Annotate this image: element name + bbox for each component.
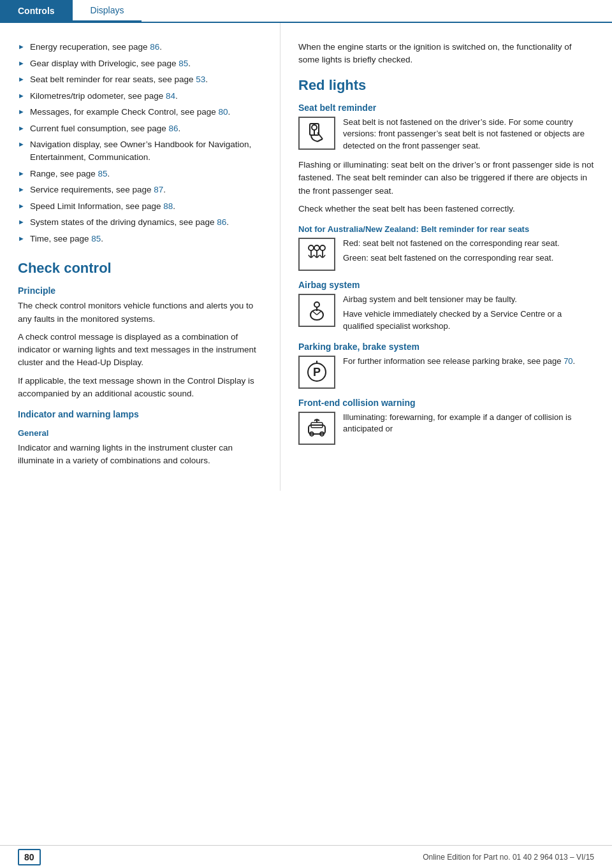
list-item: ► Time, see page 85. [18, 233, 262, 245]
bullet-arrow-icon: ► [18, 107, 25, 117]
svg-point-11 [314, 302, 319, 307]
link-page-53[interactable]: 53 [196, 75, 205, 84]
front-collision-text: Illuminating: forewarning, for example i… [343, 412, 594, 436]
feature-bullet-list: ► Energy recuperation, see page 86. ► Ge… [18, 41, 262, 245]
link-page-84[interactable]: 84 [166, 91, 175, 101]
svg-line-4 [317, 139, 323, 141]
principle-heading: Principle [18, 286, 262, 296]
list-item: ► System states of the driving dynamics,… [18, 216, 262, 229]
svg-line-14 [312, 311, 317, 315]
right-column: When the engine starts or the ignition i… [280, 23, 612, 491]
list-item: ► Gear display with Drivelogic, see page… [18, 57, 262, 70]
parking-brake-text: For further information see release park… [343, 356, 575, 366]
front-collision-icon [305, 416, 329, 440]
seat-belt-text1: Seat belt is not fastened on the driver’… [343, 117, 585, 151]
principle-text2: A check control message is displayed as … [18, 331, 262, 370]
tab-controls[interactable]: Controls [0, 0, 73, 22]
link-page-86b[interactable]: 86 [169, 124, 178, 133]
seat-belt-description: Seat belt is not fastened on the driver’… [343, 117, 594, 153]
bullet-arrow-icon: ► [18, 185, 25, 195]
parking-brake-icon-box: P [298, 356, 335, 389]
list-item: ► Messages, for example Check Control, s… [18, 106, 262, 119]
main-content: ► Energy recuperation, see page 86. ► Ge… [0, 23, 612, 491]
link-page-85c[interactable]: 85 [91, 234, 101, 243]
not-australia-text2: Green: seat belt fastened on the corresp… [343, 252, 594, 264]
rear-seat-belt-icon-box [298, 238, 335, 271]
not-australia-text1: Red: seat belt not fastened on the corre… [343, 238, 594, 250]
airbag-icon-box [298, 294, 335, 327]
link-page-70[interactable]: 70 [564, 356, 572, 366]
link-page-86c[interactable]: 86 [217, 217, 226, 227]
general-heading: General [18, 428, 262, 438]
bullet-arrow-icon: ► [18, 169, 25, 179]
seat-belt-heading: Seat belt reminder [298, 103, 594, 113]
svg-text:P: P [313, 366, 321, 379]
parking-brake-row: P For further information see release pa… [298, 356, 594, 389]
front-collision-description: Illuminating: forewarning, for example i… [343, 412, 594, 436]
airbag-heading: Airbag system [298, 280, 594, 290]
link-page-88[interactable]: 88 [163, 201, 173, 211]
link-page-85b[interactable]: 85 [98, 169, 107, 178]
svg-point-5 [309, 245, 314, 250]
front-collision-row: Illuminating: forewarning, for example i… [298, 412, 594, 445]
footer: 80 Online Edition for Part no. 01 40 2 9… [0, 845, 612, 868]
link-page-87[interactable]: 87 [154, 185, 163, 194]
seat-belt-icon-box [298, 117, 335, 150]
bullet-arrow-icon: ► [18, 59, 25, 69]
red-lights-heading: Red lights [298, 77, 594, 94]
link-page-86[interactable]: 86 [150, 42, 159, 52]
front-collision-heading: Front-end collision warning [298, 398, 594, 408]
seat-belt-row: Seat belt is not fastened on the driver’… [298, 117, 594, 153]
svg-point-1 [312, 125, 317, 130]
parking-brake-heading: Parking brake, brake system [298, 342, 594, 352]
check-control-heading: Check control [18, 260, 262, 277]
seat-belt-text3: Check whether the seat belt has been fas… [298, 203, 594, 215]
rear-seat-belt-description: Red: seat belt not fastened on the corre… [343, 238, 594, 264]
rear-seat-belt-icon [305, 242, 329, 266]
list-item: ► Service requirements, see page 87. [18, 184, 262, 196]
tab-displays[interactable]: Displays [73, 0, 142, 22]
left-column: ► Energy recuperation, see page 86. ► Ge… [0, 23, 280, 491]
bullet-arrow-icon: ► [18, 42, 25, 52]
general-text: Indicator and warning lights in the inst… [18, 442, 262, 468]
header-tabs: Controls Displays [0, 0, 612, 23]
airbag-text1: Airbag system and belt tensioner may be … [343, 294, 594, 306]
svg-point-9 [320, 245, 325, 250]
check-control-section: Check control Principle The check contro… [18, 260, 262, 467]
link-page-85a[interactable]: 85 [178, 59, 188, 68]
principle-text1: The check control monitors vehicle funct… [18, 300, 262, 326]
indicator-lamps-heading: Indicator and warning lamps [18, 409, 262, 419]
bullet-arrow-icon: ► [18, 124, 25, 134]
svg-line-15 [317, 311, 321, 315]
footer-text: Online Edition for Part no. 01 40 2 964 … [423, 853, 594, 862]
seat-belt-icon [305, 121, 329, 145]
principle-text3: If applicable, the text message shown in… [18, 375, 262, 401]
parking-brake-description: For further information see release park… [343, 356, 594, 368]
bullet-arrow-icon: ► [18, 91, 25, 101]
bullet-arrow-icon: ► [18, 234, 25, 244]
airbag-icon [305, 298, 329, 322]
parking-brake-icon: P [305, 360, 329, 384]
seat-belt-text2: Flashing or illuminating: seat belt on t… [298, 159, 594, 198]
airbag-row: Airbag system and belt tensioner may be … [298, 294, 594, 333]
link-page-80[interactable]: 80 [219, 107, 228, 117]
list-item: ► Kilometres/trip odometer, see page 84. [18, 90, 262, 103]
list-item: ► Navigation display, see Owner’s Handbo… [18, 138, 262, 163]
intro-text: When the engine starts or the ignition i… [298, 41, 594, 67]
list-item: ► Speed Limit Information, see page 88. [18, 200, 262, 213]
svg-point-7 [314, 245, 319, 250]
airbag-description: Airbag system and belt tensioner may be … [343, 294, 594, 333]
bullet-arrow-icon: ► [18, 201, 25, 212]
front-collision-icon-box [298, 412, 335, 445]
list-item: ► Seat belt reminder for rear seats, see… [18, 73, 262, 86]
svg-line-3 [317, 133, 323, 139]
list-item: ► Energy recuperation, see page 86. [18, 41, 262, 54]
bullet-arrow-icon: ► [18, 140, 25, 150]
airbag-text2: Have vehicle immediately checked by a Se… [343, 308, 594, 333]
not-australia-heading: Not for Australia/New Zealand: Belt remi… [298, 224, 594, 234]
page-number: 80 [18, 849, 41, 865]
list-item: ► Current fuel consumption, see page 86. [18, 122, 262, 135]
bullet-arrow-icon: ► [18, 217, 25, 228]
rear-seat-belt-row: Red: seat belt not fastened on the corre… [298, 238, 594, 271]
bullet-arrow-icon: ► [18, 75, 25, 85]
